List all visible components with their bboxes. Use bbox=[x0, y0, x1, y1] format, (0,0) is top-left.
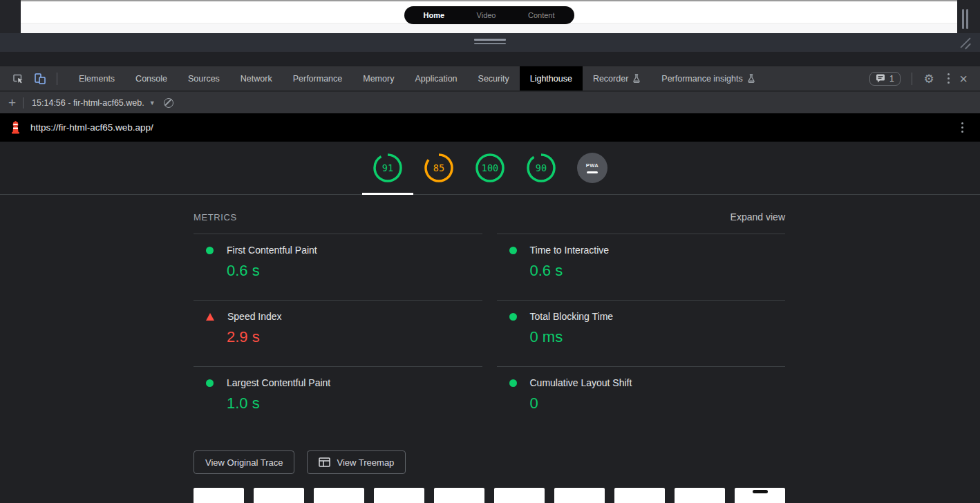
lighthouse-report: METRICS Expand view First Contentful Pai… bbox=[194, 195, 785, 503]
metric-label: Largest Contentful Paint bbox=[227, 377, 330, 388]
devtools-menu-icon[interactable] bbox=[941, 70, 957, 87]
filmstrip-thumbnail bbox=[194, 488, 244, 503]
tab-recorder[interactable]: Recorder bbox=[583, 66, 651, 91]
svg-text:100: 100 bbox=[482, 162, 498, 173]
toolbar-separator bbox=[57, 73, 57, 85]
devtools-tab-bar: ElementsConsoleSourcesNetworkPerformance… bbox=[68, 66, 766, 91]
metrics-grid: First Contentful Paint0.6 sTime to Inter… bbox=[194, 234, 785, 433]
filmstrip-thumbnail bbox=[374, 488, 424, 503]
button-label: View Original Trace bbox=[205, 457, 283, 468]
metric-pass-dot-icon bbox=[206, 379, 214, 387]
svg-text:91: 91 bbox=[382, 162, 393, 173]
filmstrip-thumbnail bbox=[554, 488, 605, 503]
category-gauge-row: 918510090PWA bbox=[0, 142, 980, 195]
screenshot-filmstrip bbox=[194, 488, 785, 503]
inspect-element-icon[interactable] bbox=[11, 72, 25, 86]
experiment-flask-icon bbox=[747, 74, 755, 83]
metric-value: 2.9 s bbox=[227, 328, 482, 346]
score-ring: 100 bbox=[475, 153, 505, 183]
page-viewport: HomeVideoContent bbox=[21, 0, 957, 33]
metric-fail-triangle-icon bbox=[206, 313, 214, 321]
toolbar-right-controls: 1 ⚙ × bbox=[869, 70, 980, 87]
metric-pass-dot-icon bbox=[509, 313, 517, 321]
filmstrip-thumbnail bbox=[494, 488, 545, 503]
tab-lighthouse[interactable]: Lighthouse bbox=[520, 66, 583, 91]
metric-first-contentful-paint: First Contentful Paint0.6 s bbox=[194, 234, 482, 300]
report-history-dropdown[interactable]: 15:14:56 - fir-html-acf65.web. bbox=[32, 98, 144, 108]
view-original-trace-button[interactable]: View Original Trace bbox=[194, 450, 294, 474]
expand-view-button[interactable]: Expand view bbox=[731, 211, 785, 222]
score-ring: 85 bbox=[424, 153, 454, 183]
metric-cumulative-layout-shift: Cumulative Layout Shift0 bbox=[497, 366, 786, 433]
tab-console[interactable]: Console bbox=[125, 66, 178, 91]
metric-pass-dot-icon bbox=[509, 379, 517, 387]
page-nav-home[interactable]: Home bbox=[424, 11, 445, 19]
tab-security[interactable]: Security bbox=[468, 66, 520, 91]
metric-label: Speed Index bbox=[227, 311, 282, 322]
message-bubble-icon bbox=[876, 74, 886, 83]
treemap-icon bbox=[319, 457, 330, 467]
report-url: https://fir-html-acf65.web.app/ bbox=[30, 122, 153, 133]
lighthouse-history-bar: + 15:14:56 - fir-html-acf65.web. ▼ bbox=[0, 91, 980, 113]
tab-performance-insights[interactable]: Performance insights bbox=[651, 66, 765, 91]
metric-label: Total Blocking Time bbox=[530, 311, 614, 322]
metric-total-blocking-time: Total Blocking Time0 ms bbox=[497, 300, 786, 366]
experiment-flask-icon bbox=[632, 74, 641, 83]
view-treemap-button[interactable]: View Treemap bbox=[307, 450, 406, 474]
score-gauge-90[interactable]: 90 bbox=[516, 142, 567, 194]
score-gauge-85[interactable]: 85 bbox=[413, 142, 464, 194]
dropdown-arrow-icon[interactable]: ▼ bbox=[149, 99, 156, 106]
page-nav-content[interactable]: Content bbox=[528, 11, 555, 19]
svg-text:90: 90 bbox=[536, 162, 547, 173]
metric-largest-contentful-paint: Largest Contentful Paint1.0 s bbox=[194, 366, 482, 433]
tab-network[interactable]: Network bbox=[230, 66, 283, 91]
filmstrip-thumbnail bbox=[434, 488, 484, 503]
metrics-header: METRICS Expand view bbox=[194, 195, 785, 234]
close-devtools-icon[interactable]: × bbox=[959, 72, 968, 86]
viewport-resize-handle-corner[interactable] bbox=[958, 36, 976, 51]
metric-label: Cumulative Layout Shift bbox=[530, 377, 632, 388]
filmstrip-thumbnail bbox=[314, 488, 364, 503]
settings-gear-icon[interactable]: ⚙ bbox=[924, 72, 934, 86]
issues-count: 1 bbox=[889, 74, 894, 84]
metric-label: First Contentful Paint bbox=[227, 245, 317, 256]
score-gauge-100[interactable]: 100 bbox=[464, 142, 516, 194]
score-gauge-91[interactable]: 91 bbox=[362, 142, 413, 194]
button-label: View Treemap bbox=[337, 457, 394, 468]
page-nav-pill: HomeVideoContent bbox=[404, 6, 574, 24]
tab-sources[interactable]: Sources bbox=[178, 66, 230, 91]
devtools-drag-handle[interactable] bbox=[474, 39, 506, 46]
viewport-resize-handle-right[interactable] bbox=[962, 9, 968, 29]
tab-memory[interactable]: Memory bbox=[352, 66, 404, 91]
filmstrip-thumbnail bbox=[614, 488, 665, 503]
clear-reports-icon[interactable] bbox=[164, 98, 173, 108]
report-buttons-row: View Original TraceView Treemap bbox=[194, 450, 785, 474]
report-options-icon[interactable] bbox=[954, 120, 971, 136]
new-report-button[interactable]: + bbox=[8, 96, 16, 109]
lighthouse-icon bbox=[10, 121, 21, 135]
metric-pass-dot-icon bbox=[206, 247, 214, 254]
metric-label: Time to Interactive bbox=[530, 245, 610, 256]
metric-value: 0 ms bbox=[530, 328, 786, 346]
issues-counter-button[interactable]: 1 bbox=[869, 72, 901, 86]
metric-pass-dot-icon bbox=[509, 247, 517, 254]
device-emulation-area: HomeVideoContent bbox=[0, 0, 980, 66]
pwa-dash-icon bbox=[587, 171, 598, 174]
history-separator bbox=[23, 97, 23, 108]
toggle-device-toolbar-icon[interactable] bbox=[33, 72, 47, 86]
tab-performance[interactable]: Performance bbox=[283, 66, 353, 91]
tab-application[interactable]: Application bbox=[404, 66, 467, 91]
metric-value: 0.6 s bbox=[530, 262, 786, 280]
tab-elements[interactable]: Elements bbox=[68, 66, 125, 91]
toolbar-separator bbox=[912, 73, 912, 85]
emulation-background-lower bbox=[0, 52, 980, 66]
metric-value: 0.6 s bbox=[227, 262, 482, 280]
pwa-badge[interactable]: PWA bbox=[567, 142, 618, 194]
filmstrip-thumbnail bbox=[675, 488, 725, 503]
page-nav-video[interactable]: Video bbox=[477, 11, 496, 19]
pwa-circle: PWA bbox=[577, 153, 607, 183]
filmstrip-thumbnail bbox=[254, 488, 304, 503]
report-url-bar: https://fir-html-acf65.web.app/ bbox=[0, 113, 980, 142]
score-ring: 90 bbox=[526, 153, 556, 183]
metric-time-to-interactive: Time to Interactive0.6 s bbox=[497, 234, 786, 300]
